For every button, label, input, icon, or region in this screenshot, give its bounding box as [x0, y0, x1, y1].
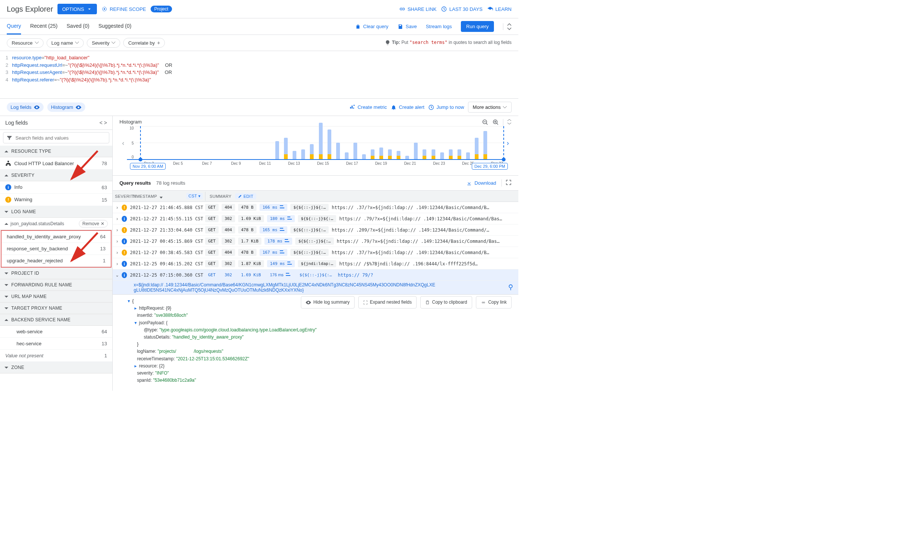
pin-icon[interactable]: ⚲: [508, 283, 513, 291]
options-button[interactable]: OPTIONS: [57, 4, 97, 14]
resource-filter[interactable]: Resource: [7, 38, 44, 48]
histogram-bar[interactable]: [353, 143, 357, 159]
log-row[interactable]: ›!2021-12-27 21:46:45.888 CSTGET404478 B…: [113, 202, 518, 213]
section-url-map[interactable]: URL MAP NAME: [0, 291, 112, 303]
expand-icon[interactable]: ›: [113, 227, 122, 233]
field-item-resource[interactable]: Cloud HTTP Load Balancer 78: [0, 157, 112, 170]
histogram-bar[interactable]: [405, 156, 409, 159]
histogram-bar[interactable]: [336, 143, 340, 159]
clear-query-button[interactable]: Clear query: [355, 24, 388, 30]
collapse-icon[interactable]: ⌄: [113, 272, 122, 278]
more-actions-button[interactable]: More actions: [468, 102, 512, 113]
section-fwd-rule[interactable]: FORWARDING RULE NAME: [0, 279, 112, 291]
hide-log-summary-button[interactable]: Hide log summary: [301, 296, 355, 309]
tab-saved[interactable]: Saved (0): [66, 18, 89, 35]
histogram-prev[interactable]: ‹: [119, 139, 127, 147]
download-button[interactable]: Download: [466, 180, 496, 186]
histogram-bar[interactable]: [414, 143, 418, 159]
log-row[interactable]: ›i2021-12-27 21:45:55.115 CSTGET3021.69 …: [113, 213, 518, 224]
create-alert-button[interactable]: Create alert: [391, 104, 424, 110]
fullscreen-icon[interactable]: [501, 179, 512, 187]
histogram-bar[interactable]: [432, 149, 435, 159]
save-button[interactable]: Save: [397, 24, 417, 30]
zoom-out-icon[interactable]: [482, 119, 489, 126]
refine-scope-button[interactable]: REFINE SCOPE: [101, 6, 146, 12]
section-project-id[interactable]: PROJECT ID: [0, 268, 112, 279]
run-query-button[interactable]: Run query: [461, 21, 494, 32]
section-zone[interactable]: ZONE: [0, 362, 112, 373]
timezone-chip[interactable]: CST ▾: [186, 193, 203, 199]
field-item-web-service[interactable]: web-service64: [0, 326, 112, 338]
histogram-bar[interactable]: [388, 149, 392, 159]
tab-suggested[interactable]: Suggested (0): [98, 18, 131, 35]
histogram-toggle[interactable]: Histogram: [47, 102, 85, 112]
time-range-button[interactable]: LAST 30 DAYS: [441, 6, 482, 12]
histogram-chart[interactable]: 10 5 0 Nov 29, 6:00 AM Dec 29, 6:00 PM: [127, 126, 504, 160]
log-row[interactable]: ›!2021-12-27 00:38:45.583 CSTGET404478 B…: [113, 247, 518, 258]
log-fields-toggle[interactable]: Log fields: [7, 102, 44, 112]
query-editor[interactable]: 1resource.type="http_load_balancer" 2htt…: [0, 51, 518, 99]
copy-link-button[interactable]: Copy link: [476, 296, 512, 309]
col-timestamp[interactable]: TIMESTAMP CST ▾: [130, 191, 205, 202]
expand-icon[interactable]: ›: [113, 250, 122, 255]
code-toggle-icon[interactable]: < >: [100, 120, 107, 126]
histogram-bar[interactable]: [301, 149, 305, 159]
histogram-bar[interactable]: [345, 152, 349, 159]
histogram-bar[interactable]: [440, 152, 444, 159]
field-item-info[interactable]: iInfo63: [0, 181, 112, 194]
histogram-bar[interactable]: [449, 149, 453, 159]
share-link-button[interactable]: SHARE LINK: [399, 6, 436, 12]
histogram-bar[interactable]: [423, 149, 426, 159]
stream-logs-button[interactable]: Stream logs: [426, 24, 452, 29]
histogram-bar[interactable]: [483, 131, 487, 159]
log-row[interactable]: ›i2021-12-27 00:45:15.869 CSTGET3021.7 K…: [113, 236, 518, 247]
section-resource-type[interactable]: RESOURCE TYPE: [0, 146, 112, 157]
histogram-bar[interactable]: [379, 148, 383, 159]
expand-icon[interactable]: ›: [113, 261, 122, 266]
expand-icon[interactable]: ›: [113, 205, 122, 210]
remove-button[interactable]: Remove ✕: [79, 220, 108, 227]
histogram-bar[interactable]: [466, 152, 470, 159]
section-target-proxy[interactable]: TARGET PROXY NAME: [0, 303, 112, 314]
jump-to-now-button[interactable]: Jump to now: [428, 104, 464, 110]
correlate-filter[interactable]: Correlate by+: [123, 38, 165, 48]
histogram-bar[interactable]: [275, 141, 279, 159]
section-backend[interactable]: BACKEND SERVICE NAME: [0, 314, 112, 326]
field-item-warning[interactable]: !Warning15: [0, 194, 112, 206]
log-row[interactable]: ›!2021-12-27 21:33:04.640 CSTGET404478 B…: [113, 224, 518, 236]
section-severity[interactable]: SEVERITY: [0, 170, 112, 181]
log-name-filter[interactable]: Log name: [47, 38, 84, 48]
histogram-bar[interactable]: [457, 149, 461, 159]
copy-clipboard-button[interactable]: Copy to clipboard: [420, 296, 472, 309]
log-row[interactable]: ›i2021-12-25 09:46:15.202 CSTGET3021.87 …: [113, 258, 518, 269]
json-payload-header[interactable]: json_payload.statusDetails Remove ✕: [0, 218, 112, 230]
tab-query[interactable]: Query: [7, 18, 21, 35]
histogram-bar[interactable]: [328, 129, 331, 159]
fields-search-input[interactable]: [15, 135, 106, 141]
log-row-selected[interactable]: ⌄ i 2021-12-25 07:15:00.360 CST GET 302 …: [113, 269, 518, 281]
field-item-handled[interactable]: handled_by_identity_aware_proxy64: [2, 231, 111, 243]
resize-icon[interactable]: [507, 119, 512, 126]
section-log-name[interactable]: LOG NAME: [0, 206, 112, 218]
histogram-bar[interactable]: [475, 138, 479, 159]
range-start-label[interactable]: Nov 29, 6:00 AM: [130, 163, 166, 170]
histogram-bar[interactable]: [284, 138, 288, 159]
expand-icon[interactable]: ›: [113, 239, 122, 244]
histogram-bar[interactable]: [397, 151, 400, 159]
histogram-bar[interactable]: [362, 154, 366, 159]
histogram-bar[interactable]: [319, 123, 323, 159]
learn-button[interactable]: LEARN: [487, 6, 512, 12]
field-item-upgrade-rejected[interactable]: upgrade_header_rejected1: [2, 255, 111, 267]
histogram-next[interactable]: ›: [504, 139, 512, 147]
histogram-bar[interactable]: [371, 149, 374, 159]
histogram-bar[interactable]: [293, 151, 296, 159]
zoom-in-icon[interactable]: [492, 119, 499, 126]
fields-search[interactable]: [3, 132, 109, 143]
tab-recent[interactable]: Recent (25): [30, 18, 57, 35]
range-end-label[interactable]: Dec 29, 6:00 PM: [472, 163, 508, 170]
edit-summary-button[interactable]: EDIT: [235, 193, 256, 199]
expand-icon[interactable]: ›: [113, 216, 122, 221]
create-metric-button[interactable]: Create metric: [349, 104, 387, 110]
collapse-icon[interactable]: [503, 23, 512, 30]
expand-nested-button[interactable]: Expand nested fields: [358, 296, 417, 309]
